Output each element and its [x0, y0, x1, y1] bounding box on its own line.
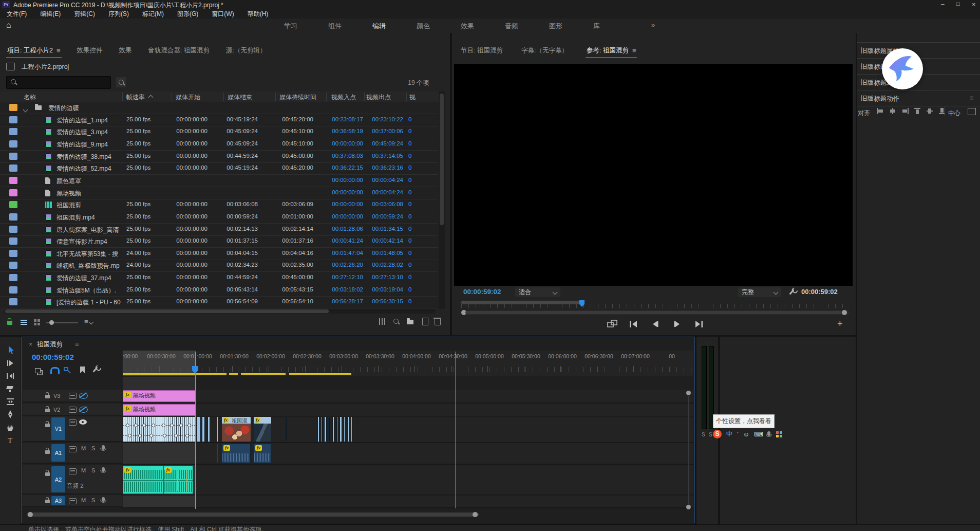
workspace-tab-2[interactable]: 编辑 — [372, 22, 386, 31]
bin-name[interactable]: 爱情的边疆 — [48, 104, 79, 113]
label-swatch[interactable] — [9, 201, 17, 208]
sync-lock-icon[interactable] — [69, 498, 77, 504]
track-lane-V2[interactable] — [122, 404, 693, 416]
item-name[interactable]: 爱情的边疆_9.mp4 — [56, 140, 108, 149]
label-swatch[interactable] — [9, 116, 17, 123]
mute-button[interactable]: M — [81, 467, 86, 473]
clip-fragment[interactable] — [208, 417, 210, 442]
menu-item-5[interactable]: 图形(G) — [171, 10, 205, 19]
pen-tool[interactable] — [6, 410, 15, 419]
close-button[interactable]: × — [972, 1, 976, 8]
clip-fragment[interactable] — [321, 417, 323, 442]
slip-tool[interactable] — [6, 397, 15, 407]
table-row[interactable]: 颜色遮罩00:00:00:0000:00:04:240 — [0, 175, 438, 187]
track-lock-icon[interactable] — [45, 472, 50, 476]
label-swatch[interactable] — [9, 226, 17, 233]
workspace-tab-4[interactable]: 效果 — [461, 22, 474, 31]
mute-button[interactable]: M — [81, 497, 86, 503]
compare-view-icon[interactable] — [607, 320, 617, 328]
razor-tool[interactable] — [6, 384, 15, 394]
ime-mic-icon[interactable] — [767, 431, 771, 437]
table-row[interactable]: 爱情的边疆_37.mp425.00 fps00:00:00:0000:44:59… — [0, 272, 438, 284]
clip-fragment[interactable] — [347, 417, 349, 442]
item-name[interactable]: 缝纫机_终极版预告.mp — [56, 262, 120, 270]
automate-to-sequence-icon[interactable] — [379, 318, 385, 325]
project-panel-tab-2[interactable]: 效果 — [119, 44, 132, 59]
navigate-up-icon[interactable] — [6, 63, 15, 70]
thunder-overlay-icon[interactable] — [882, 48, 923, 89]
label-swatch[interactable] — [9, 177, 17, 184]
menu-item-4[interactable]: 标记(M) — [136, 10, 171, 19]
align-left-icon[interactable] — [876, 108, 884, 114]
table-row[interactable]: 祖国混剪25.00 fps00:00:00:0000:03:06:0800:03… — [0, 199, 438, 211]
item-name[interactable]: 祖国混剪.mp4 — [56, 213, 95, 222]
column-header-7[interactable]: 视 — [409, 93, 416, 102]
new-bin-icon[interactable] — [407, 320, 413, 324]
table-row[interactable]: 祖国混剪.mp425.00 fps00:00:00:0000:00:59:240… — [0, 211, 438, 224]
track-name[interactable]: V2 — [53, 407, 60, 413]
item-name[interactable]: 爱情的边疆_38.mp4 — [56, 153, 111, 161]
playback-resolution-select[interactable]: 完整 — [738, 287, 781, 297]
clip-audio[interactable]: fx — [222, 444, 251, 463]
sync-lock-icon[interactable] — [69, 407, 77, 413]
menu-item-2[interactable]: 剪辑(C) — [67, 10, 102, 19]
item-name[interactable]: 爱情边疆5M（出品）. — [56, 286, 116, 295]
clip-fragment[interactable] — [336, 417, 338, 442]
panel-menu-icon[interactable]: ≡ — [970, 94, 974, 102]
track-lock-icon[interactable] — [45, 500, 50, 503]
item-name[interactable]: 北平无战事第53集 - 搜 — [56, 250, 118, 259]
list-view-icon[interactable] — [21, 320, 27, 321]
nest-insert-icon[interactable] — [35, 368, 41, 373]
table-vertical-scrollbar[interactable] — [439, 91, 445, 309]
project-panel-tab-1[interactable]: 效果控件 — [77, 44, 103, 59]
table-row[interactable]: 爱情的边疆_1.mp425.00 fps00:00:00:0000:45:19:… — [0, 114, 438, 126]
workspace-tab-6[interactable]: 图形 — [549, 22, 562, 31]
timeline-tab-menu-icon[interactable]: ≡ — [75, 340, 79, 348]
track-name[interactable]: V3 — [53, 393, 60, 399]
filter-bin-icon[interactable] — [116, 77, 126, 87]
label-swatch[interactable] — [9, 128, 17, 135]
table-row[interactable]: [爱情的边疆 1 - PU - 6025.00 fps00:00:00:0000… — [0, 296, 438, 308]
track-output-eye-icon[interactable] — [79, 419, 87, 425]
item-name[interactable]: 儒意宣传影片.mp4 — [56, 237, 107, 246]
monitor-tab-1[interactable]: 字幕:（无字幕） — [521, 44, 568, 59]
table-row[interactable]: 北平无战事第53集 - 搜24.00 fps00:00:00:0000:04:0… — [0, 248, 438, 260]
item-name[interactable]: 颜色遮罩 — [56, 177, 81, 186]
project-writable-icon[interactable] — [7, 321, 12, 325]
track-target-A3[interactable]: A3 — [51, 496, 65, 505]
sync-lock-icon[interactable] — [69, 446, 77, 452]
zoom-level-select[interactable]: 适合 — [515, 287, 560, 297]
sync-lock-icon[interactable] — [69, 468, 77, 474]
align-bottom-icon[interactable] — [938, 108, 946, 114]
clip-fragment[interactable] — [328, 417, 330, 442]
voiceover-mic-icon[interactable] — [102, 445, 105, 450]
workspace-tab-3[interactable]: 颜色 — [417, 22, 430, 31]
table-row[interactable]: 缝纫机_终极版预告.mp24.00 fps00:00:00:0000:02:34… — [0, 260, 438, 272]
voiceover-mic-icon[interactable] — [102, 497, 105, 502]
menu-item-6[interactable]: 窗口(W) — [205, 10, 240, 19]
table-row[interactable]: 爱情的边疆 — [0, 102, 438, 114]
column-header-1[interactable]: 帧速率 — [126, 93, 153, 102]
item-name[interactable]: 爱情的边疆_52.mp4 — [56, 164, 111, 173]
track-output-eye-icon[interactable] — [79, 407, 88, 413]
minimize-button[interactable]: – — [941, 1, 945, 8]
track-lane-A2[interactable] — [122, 465, 693, 495]
clear-icon[interactable] — [435, 319, 441, 325]
align-right-icon[interactable] — [901, 108, 909, 114]
table-row[interactable]: 唐人街探案_电影_高清25.00 fps00:00:00:0000:02:14:… — [0, 224, 438, 236]
snap-icon[interactable] — [50, 367, 60, 374]
solo-button[interactable]: S — [91, 497, 95, 503]
ime-item-0[interactable]: 中 — [726, 430, 732, 438]
label-swatch[interactable] — [9, 189, 17, 196]
new-item-icon[interactable] — [422, 318, 428, 325]
panel-menu-icon[interactable]: ≡ — [56, 47, 61, 54]
track-lock-icon[interactable] — [45, 450, 50, 454]
icon-view-icon[interactable] — [34, 319, 36, 322]
sync-lock-icon[interactable] — [69, 419, 77, 426]
label-swatch[interactable] — [9, 262, 17, 269]
clip-matte[interactable]: 黑场视频fx — [123, 390, 196, 402]
table-row[interactable]: 爱情的边疆_38.mp425.00 fps00:00:00:0000:44:59… — [0, 151, 438, 163]
menu-item-7[interactable]: 帮助(H) — [241, 10, 275, 19]
item-name[interactable]: 爱情的边疆_37.mp4 — [56, 274, 111, 283]
workspace-tab-5[interactable]: 音频 — [505, 22, 518, 31]
